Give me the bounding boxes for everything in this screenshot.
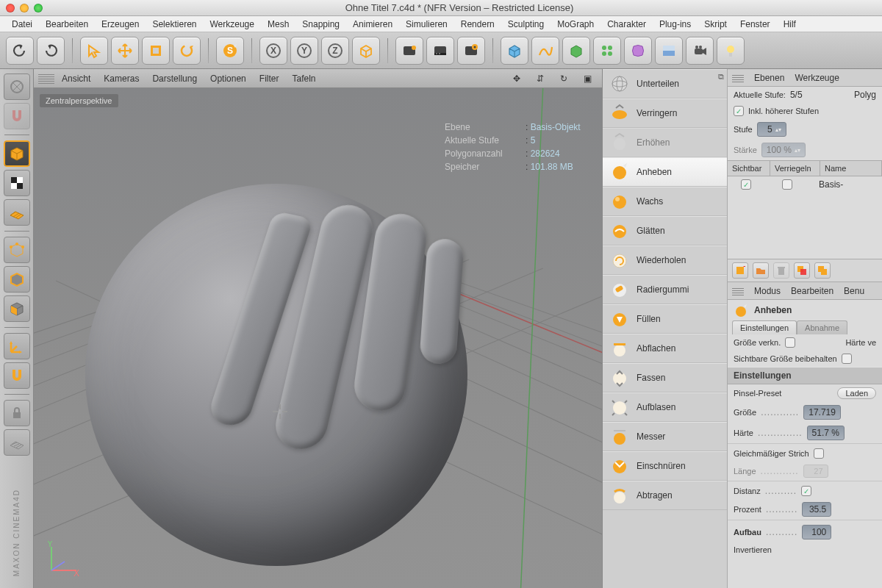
close-icon[interactable] <box>6 4 15 12</box>
haerte-field[interactable]: 51.7 % <box>807 426 845 440</box>
menu-plugins[interactable]: Plug-ins <box>653 17 697 32</box>
sculpt-tool-messer[interactable]: Messer <box>603 422 727 451</box>
generator-button[interactable] <box>562 37 590 65</box>
menu-mograph[interactable]: MoGraph <box>551 17 600 32</box>
menu-datei[interactable]: Datei <box>6 17 38 32</box>
sculpt-tool-fassen[interactable]: Fassen <box>603 363 727 392</box>
sculpt-tool-erhöhen[interactable]: Erhöhen <box>603 128 727 157</box>
sculpt-tool-unterteilen[interactable]: Unterteilen <box>603 69 727 98</box>
menu-animieren[interactable]: Animieren <box>347 17 398 32</box>
distanz-checkbox[interactable]: ✓ <box>801 486 811 496</box>
zoom-icon[interactable] <box>34 4 43 12</box>
deformer-button[interactable] <box>624 37 652 65</box>
minimize-icon[interactable] <box>20 4 29 12</box>
groesseverkn-checkbox[interactable] <box>785 337 795 348</box>
select-tool[interactable] <box>80 37 108 65</box>
snap-button[interactable] <box>4 362 30 389</box>
layer-row[interactable]: ✓ Basis- <box>728 176 882 193</box>
stufe-stepper[interactable]: 5▴▾ <box>757 122 786 137</box>
add-layer-button[interactable]: + <box>732 262 748 279</box>
vp-menu-ansicht[interactable]: Ansicht <box>56 71 96 86</box>
array-button[interactable] <box>593 37 621 65</box>
menu-simulieren[interactable]: Simulieren <box>400 17 453 32</box>
axis-z-button[interactable]: Z <box>321 37 349 65</box>
primitive-cube-button[interactable] <box>501 37 528 65</box>
vp-menu-tafeln[interactable]: Tafeln <box>286 71 321 86</box>
menu-skript[interactable]: Skript <box>698 17 733 32</box>
vp-menu-optionen[interactable]: Optionen <box>204 71 252 86</box>
render-pv-button[interactable] <box>426 37 454 65</box>
environment-button[interactable] <box>655 37 683 65</box>
sculpt-tool-wachs[interactable]: Wachs <box>603 187 727 216</box>
tab-modus[interactable]: Modus <box>754 286 781 296</box>
add-folder-button[interactable] <box>753 262 769 279</box>
planar-workplane-button[interactable] <box>4 429 30 456</box>
workplane-mode-button[interactable] <box>4 199 30 226</box>
sculpt-tool-radiergummi[interactable]: Radiergummi <box>603 275 727 304</box>
grip-icon[interactable] <box>732 74 744 82</box>
aufbau-field[interactable]: 100 <box>802 525 831 539</box>
tab-benutzer[interactable]: Benu <box>844 286 864 296</box>
sichtbare-groesse-checkbox[interactable] <box>842 354 852 364</box>
vp-nav-max-icon[interactable]: ▣ <box>578 71 598 86</box>
camera-button[interactable] <box>686 37 714 65</box>
light-button[interactable] <box>717 37 745 65</box>
sculpt-tool-wiederholen[interactable]: Wiederholen <box>603 245 727 275</box>
grip-icon[interactable] <box>732 287 744 295</box>
vp-menu-darstellung[interactable]: Darstellung <box>146 71 203 86</box>
axis-x-button[interactable]: X <box>259 37 287 65</box>
axis-y-button[interactable]: Y <box>290 37 318 65</box>
render-settings-button[interactable] <box>457 37 485 65</box>
menu-charakter[interactable]: Charakter <box>601 17 652 32</box>
axis-mode-button[interactable] <box>4 333 30 359</box>
groesse-field[interactable]: 17.719 <box>803 405 841 420</box>
prozent-field[interactable]: 35.5 <box>802 502 831 517</box>
rotate-tool[interactable] <box>173 37 201 65</box>
undock-icon[interactable]: ⧉ <box>718 72 724 82</box>
inkl-checkbox[interactable]: ✓ <box>734 106 744 116</box>
spline-button[interactable] <box>531 37 559 65</box>
vp-nav-move-icon[interactable]: ✥ <box>507 71 526 86</box>
menu-mesh[interactable]: Mesh <box>262 17 295 32</box>
tab-ebenen[interactable]: Ebenen <box>754 73 784 83</box>
tab-bearbeiten[interactable]: Bearbeiten <box>791 286 833 296</box>
viewport-3d[interactable]: Zentralperspektive Ebene: Basis-Objekt A… <box>34 88 602 588</box>
sculpt-tool-abtragen[interactable]: Abtragen <box>603 481 727 510</box>
tab-werkzeuge[interactable]: Werkzeuge <box>795 73 839 83</box>
vp-nav-orbit-icon[interactable]: ↻ <box>554 71 573 86</box>
polygon-mode-button[interactable] <box>4 295 30 322</box>
subtab-einstellungen[interactable]: Einstellungen <box>732 320 797 334</box>
texture-mode-button[interactable] <box>4 170 30 196</box>
undo-button[interactable] <box>6 37 34 65</box>
gleich-checkbox[interactable] <box>814 448 824 459</box>
render-view-button[interactable] <box>395 37 423 65</box>
layer-visible-checkbox[interactable]: ✓ <box>741 179 751 190</box>
sculpt-tool-aufblasen[interactable]: Aufblasen <box>603 392 727 422</box>
edge-mode-button[interactable] <box>4 266 30 293</box>
sculpt-tool-glätten[interactable]: Glätten <box>603 216 727 245</box>
live-select-icon[interactable] <box>4 74 30 100</box>
menu-hilfe[interactable]: Hilf <box>778 17 802 32</box>
scale-tool[interactable] <box>142 37 170 65</box>
grip-icon[interactable] <box>38 74 54 84</box>
flatten-button[interactable] <box>814 262 831 279</box>
point-mode-button[interactable] <box>4 237 30 263</box>
sculpt-tool-anheben[interactable]: Anheben <box>603 157 727 187</box>
layer-lock-checkbox[interactable] <box>782 179 792 190</box>
vp-nav-zoom-icon[interactable]: ⇵ <box>531 71 550 86</box>
sculpt-tool-einschnüren[interactable]: Einschnüren <box>603 451 727 481</box>
menu-selektieren[interactable]: Selektieren <box>146 17 202 32</box>
move-tool[interactable] <box>111 37 139 65</box>
vp-menu-kameras[interactable]: Kameras <box>98 71 145 86</box>
redo-button[interactable] <box>37 37 65 65</box>
menu-fenster[interactable]: Fenster <box>734 17 776 32</box>
laden-button[interactable]: Laden <box>837 387 876 399</box>
last-tool[interactable]: S <box>216 37 244 65</box>
menu-sculpting[interactable]: Sculpting <box>502 17 550 32</box>
menu-bearbeiten[interactable]: Bearbeiten <box>40 17 94 32</box>
sculpt-tool-abflachen[interactable]: Abflachen <box>603 334 727 363</box>
subtab-abnahme[interactable]: Abnahme <box>797 320 847 334</box>
menu-erzeugen[interactable]: Erzeugen <box>96 17 145 32</box>
staerke-stepper[interactable]: 100 %▴▾ <box>761 143 806 157</box>
sculpt-tool-verringern[interactable]: Verringern <box>603 98 727 128</box>
